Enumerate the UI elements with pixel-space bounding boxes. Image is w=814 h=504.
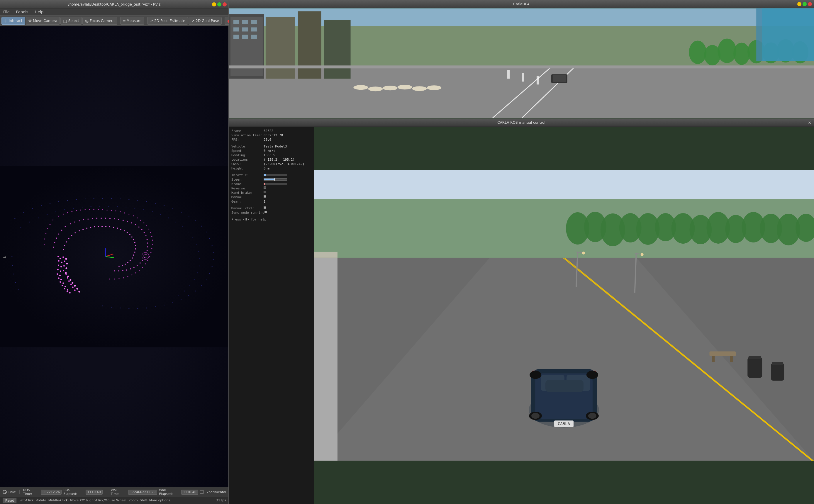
svg-point-21 [181,212,182,213]
ros-elapsed-label: ROS Elapsed: [63,488,84,496]
svg-point-103 [146,225,147,226]
svg-point-131 [79,220,80,221]
svg-point-132 [83,219,84,220]
toolbar-focus-camera[interactable]: ◎ Focus Camera [82,17,117,25]
svg-point-65 [143,209,144,210]
rviz-lidar-viewport[interactable]: ◄ [0,26,228,487]
fps-label: FPS: [231,138,264,142]
svg-point-86 [76,210,77,211]
handbrake-label: Hand brake: [231,191,264,195]
svg-point-28 [213,252,214,253]
gear-label: Gear: [231,200,264,203]
svg-point-194 [127,262,128,263]
carla-ros-drive-viewport[interactable]: CARLA [314,127,814,504]
carla-ue4-minimize[interactable] [797,2,801,6]
wall-elapsed-seg: Wall Elapsed: 1110.40 [159,488,198,496]
svg-point-33 [201,285,202,286]
svg-point-166 [58,233,59,235]
brake-label: Brake: [231,182,264,186]
svg-point-224 [62,257,64,258]
menu-panels[interactable]: Panels [15,9,30,15]
sync-mode-label: Sync mode running [231,211,264,215]
svg-point-179 [113,227,114,228]
reverse-row: Reverse: [231,186,311,190]
svg-point-18 [155,203,156,204]
svg-point-19 [164,205,165,206]
carla-ue4-maximize[interactable] [803,2,807,6]
svg-point-234 [65,258,67,260]
svg-point-95 [115,211,116,212]
location-label: Location: [231,158,264,162]
svg-point-69 [175,222,176,223]
svg-point-143 [131,222,132,223]
svg-rect-264 [242,27,248,31]
svg-point-134 [92,218,93,219]
svg-point-118 [127,276,128,277]
svg-point-167 [56,237,57,239]
svg-point-13 [111,198,112,199]
svg-point-122 [109,279,110,280]
svg-point-223 [69,292,71,293]
maximize-button[interactable] [217,2,221,6]
svg-point-127 [44,238,45,240]
svg-point-9 [76,199,77,200]
experimental-check[interactable] [200,490,203,494]
svg-point-105 [150,232,151,233]
svg-point-336 [588,413,596,419]
menu-file[interactable]: File [2,9,11,15]
svg-point-170 [79,230,80,231]
svg-point-113 [145,263,146,264]
help-text: Press <H> for help [231,218,266,221]
svg-point-183 [127,232,128,233]
toolbar-2d-goal[interactable]: ↗ 2D Goal Pose [189,17,222,25]
svg-point-116 [135,272,136,274]
svg-point-36 [181,299,182,300]
svg-point-130 [74,221,75,223]
svg-rect-342 [772,362,783,365]
toolbar-interact[interactable]: ⊹ Interact [1,17,25,25]
toolbar-select[interactable]: □ Select [60,17,82,25]
svg-point-70 [182,226,183,227]
svg-point-161 [122,270,123,271]
svg-rect-340 [748,356,761,359]
svg-point-239 [69,279,71,281]
minimize-button[interactable] [212,2,216,6]
svg-point-146 [141,229,143,230]
rviz-statusbar: Time ROS Time: 562212.26 ROS Elapsed: 11… [0,487,228,497]
height-row: Height 0 m [231,167,311,170]
svg-point-187 [134,242,135,243]
toolbar-measure[interactable]: ═ Measure [120,17,144,25]
svg-point-45 [102,306,103,306]
menu-help[interactable]: Help [34,9,45,15]
svg-point-96 [120,211,121,213]
svg-point-62 [117,206,118,207]
svg-point-178 [109,226,110,227]
steer-bar [264,178,287,181]
carla-ue4-viewport[interactable] [229,8,814,118]
wall-time-seg: Wall Time: 1724662212.29 [111,488,157,496]
svg-text:◄: ◄ [3,253,6,260]
speed-row: Speed: 0 km/t [231,149,311,153]
close-button[interactable] [223,2,227,6]
goal-pose-icon: ↗ [191,18,195,23]
toolbar-move-camera[interactable]: ✥ Move Camera [26,17,60,25]
svg-point-238 [67,276,69,277]
reset-button[interactable]: Reset [3,498,16,503]
steer-label: Steer: [231,178,264,181]
svg-point-109 [151,248,152,249]
carla-ros-close[interactable]: × [808,120,811,125]
svg-point-319 [582,252,585,254]
measure-label: Measure [127,19,142,23]
svg-point-98 [128,214,130,215]
svg-point-63 [126,207,126,208]
experimental-checkbox[interactable]: Experimental [200,490,226,494]
toolbar-2d-pose[interactable]: ↗ 2D Pose Estimate [147,17,188,25]
svg-point-124 [50,224,51,225]
svg-point-235 [66,263,68,264]
svg-point-51 [20,227,21,228]
svg-point-149 [147,239,148,240]
svg-rect-291 [507,70,510,79]
svg-point-162 [118,270,119,271]
carla-ue4-scene [229,8,814,118]
carla-ue4-close[interactable] [808,2,812,6]
